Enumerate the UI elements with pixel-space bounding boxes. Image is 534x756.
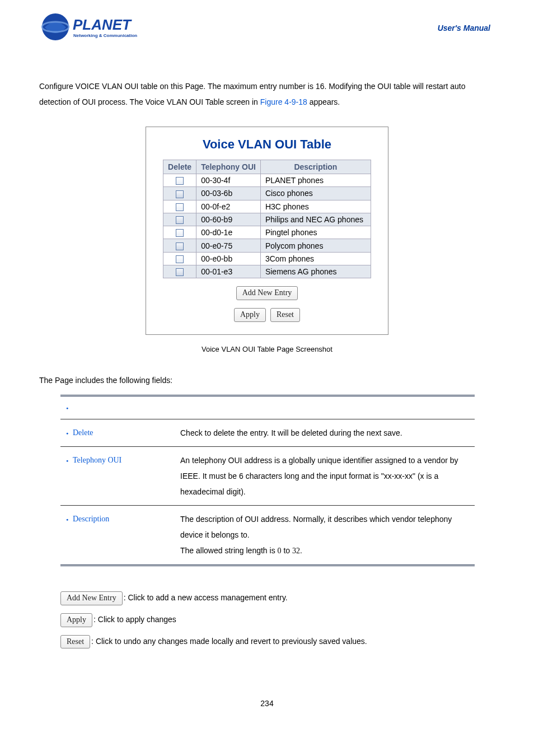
cell-oui: 00-0f-e2 [196, 200, 261, 213]
svg-text:Networking & Communication: Networking & Communication [73, 33, 137, 38]
col-oui: Telephony OUI [196, 160, 261, 174]
delete-checkbox[interactable] [176, 229, 184, 237]
header-description [176, 395, 475, 419]
cell-desc: Cisco phones [260, 187, 371, 200]
apply-button[interactable]: Apply [234, 308, 266, 322]
planet-logo-icon: PLANET Networking & Communication [39, 11, 146, 45]
cell-desc: Polycom phones [260, 239, 371, 252]
cell-oui: 00-e0-75 [196, 239, 261, 252]
delete-checkbox[interactable] [176, 268, 184, 276]
field-desc-text: to [282, 546, 292, 555]
cell-desc: 3Com phones [260, 252, 371, 265]
delete-checkbox[interactable] [176, 242, 184, 250]
header-object [60, 395, 176, 419]
delete-checkbox[interactable] [176, 190, 184, 198]
cell-desc: PLANET phones [260, 174, 371, 187]
delete-checkbox[interactable] [176, 255, 184, 263]
figure-caption: Voice VLAN OUI Table Page Screenshot [39, 345, 495, 353]
cell-desc: Pingtel phones [260, 226, 371, 239]
field-object: Delete [60, 419, 176, 446]
cell-desc: Siemens AG phones [260, 265, 371, 278]
intro-text-2: detection of OUI process. The Voice VLAN… [39, 97, 260, 106]
table-row: 00-e0-bb 3Com phones [163, 252, 371, 265]
fields-table: Delete Check to delete the entry. It wil… [60, 395, 475, 566]
field-object: Telephony OUI [60, 446, 176, 505]
table-row: 00-0f-e2 H3C phones [163, 200, 371, 213]
cell-oui: 00-30-4f [196, 174, 261, 187]
field-desc-num: 0 [278, 547, 282, 555]
cell-desc: Philips and NEC AG phones [260, 213, 371, 226]
logo: PLANET Networking & Communication [39, 11, 146, 45]
field-row: Telephony OUI An telephony OUI address i… [60, 446, 475, 505]
table-row: 00-e0-75 Polycom phones [163, 239, 371, 252]
page-header: PLANET Networking & Communication User's… [39, 11, 495, 45]
fields-intro: The Page includes the following fields: [39, 376, 495, 385]
intro-text-1: Configure VOICE VLAN OUI table on this P… [39, 82, 466, 91]
delete-checkbox[interactable] [176, 177, 184, 185]
field-desc: The description of OUI address. Normally… [176, 505, 475, 565]
field-desc: An telephony OUI address is a globally u… [176, 446, 475, 505]
field-desc-text: The description of OUI address. Normally… [180, 515, 452, 539]
table-row: 00-01-e3 Siemens AG phones [163, 265, 371, 278]
apply-button-inline[interactable]: Apply [60, 613, 92, 627]
field-row: Delete Check to delete the entry. It wil… [60, 419, 475, 446]
field-row: Description The description of OUI addre… [60, 505, 475, 565]
cell-oui: 00-d0-1e [196, 226, 261, 239]
manual-title: User's Manual [438, 24, 495, 32]
cell-oui: 00-01-e3 [196, 265, 261, 278]
field-desc-text: . [300, 546, 302, 555]
col-delete: Delete [163, 160, 196, 174]
table-row: 00-30-4f PLANET phones [163, 174, 371, 187]
reset-button[interactable]: Reset [270, 308, 300, 322]
field-desc: Check to delete the entry. It will be de… [176, 419, 475, 446]
apply-help-text: : Click to apply changes [93, 615, 176, 624]
delete-checkbox[interactable] [176, 216, 184, 224]
oui-table: Delete Telephony OUI Description 00-30-4… [163, 160, 371, 278]
figure-reference-link: Figure 4-9-18 [260, 97, 307, 106]
oui-panel: Voice VLAN OUI Table Delete Telephony OU… [146, 127, 388, 335]
col-desc: Description [260, 160, 371, 174]
cell-oui: 00-03-6b [196, 187, 261, 200]
reset-help-text: : Click to undo any changes made locally… [91, 637, 367, 646]
table-row: 00-03-6b Cisco phones [163, 187, 371, 200]
page-number: 234 [39, 699, 495, 708]
field-desc-num: 32 [292, 547, 300, 555]
intro-paragraph: Configure VOICE VLAN OUI table on this P… [39, 78, 495, 110]
add-new-entry-button[interactable]: Add New Entry [236, 286, 298, 300]
cell-oui: 00-60-b9 [196, 213, 261, 226]
add-help-text: : Click to add a new access management e… [124, 593, 288, 602]
table-row: 00-d0-1e Pingtel phones [163, 226, 371, 239]
add-new-entry-button-inline[interactable]: Add New Entry [60, 591, 123, 605]
intro-text-3: appears. [307, 97, 340, 106]
panel-title: Voice VLAN OUI Table [163, 137, 371, 152]
table-row: 00-60-b9 Philips and NEC AG phones [163, 213, 371, 226]
cell-desc: H3C phones [260, 200, 371, 213]
delete-checkbox[interactable] [176, 203, 184, 211]
field-object: Description [60, 505, 176, 565]
cell-oui: 00-e0-bb [196, 252, 261, 265]
svg-text:PLANET: PLANET [73, 16, 132, 33]
field-desc-text: The allowed string length is [180, 546, 278, 555]
reset-button-inline[interactable]: Reset [60, 635, 90, 649]
buttons-explanation: Add New Entry: Click to add a new access… [39, 591, 495, 648]
